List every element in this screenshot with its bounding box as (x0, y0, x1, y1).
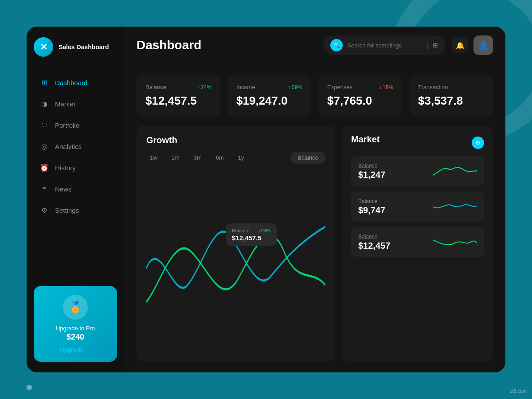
market-item-info-2: Balance $12,457 (358, 234, 390, 251)
header-actions: 🔔 👤 (452, 35, 493, 55)
growth-chart-svg (146, 168, 325, 352)
stats-row: Balance ↑ 24% $12,457.5 Income ↑ 09% $19… (137, 75, 493, 117)
stat-value-transaction: $3,537.8 (418, 94, 484, 108)
time-filter-3m[interactable]: 3m (190, 153, 205, 163)
market-item-label-2: Balance (358, 234, 390, 240)
tooltip-value: $12,457.5 (232, 234, 270, 242)
app-name: Sales Dashboard (59, 43, 109, 51)
sidebar-label-news: News (55, 185, 72, 193)
time-filters: 1w 1m 3m 6m 1y Balance (146, 152, 325, 164)
search-bar[interactable]: 🔍 | ⊞ (323, 35, 445, 55)
market-item-info-0: Balance $1,247 (358, 163, 385, 180)
stat-change-expenses: ↓ 18% (379, 84, 393, 90)
sidebar-label-history: History (55, 164, 76, 172)
watermark: ui8.com (509, 388, 527, 394)
charts-row: Growth 1w 1m 3m 6m 1y Balance (137, 125, 493, 362)
stat-header-balance: Balance ↑ 24% (145, 84, 211, 90)
upgrade-price: $240 (66, 332, 84, 342)
sidebar-item-history[interactable]: ⏰ History (34, 158, 117, 177)
market-item-label-1: Balance (358, 198, 385, 204)
market-icon: ◑ (40, 99, 49, 108)
chart-tooltip: Balance ↑24% $12,457.5 (226, 223, 277, 246)
stat-change-balance: ↑ 24% (197, 84, 211, 90)
analytics-icon: ◎ (40, 142, 49, 151)
sidebar-item-market[interactable]: ◑ Market (34, 94, 117, 113)
portfolio-icon: 🗂 (40, 121, 49, 129)
app-container: ✕ Sales Dashboard ⊞ Dashboard ◑ Market 🗂… (27, 27, 505, 372)
sidebar-item-analytics[interactable]: ◎ Analytics (34, 137, 117, 156)
stat-label-balance: Balance (145, 84, 166, 90)
market-item-label-0: Balance (358, 163, 385, 169)
sidebar-label-analytics: Analytics (55, 143, 82, 150)
time-filter-1y[interactable]: 1y (235, 153, 248, 163)
search-icon: 🔍 (330, 39, 343, 51)
history-icon: ⏰ (40, 163, 49, 172)
stat-label-income: Income (236, 84, 255, 90)
stat-value-balance: $12,457.5 (145, 94, 211, 108)
time-filter-1m[interactable]: 1m (168, 153, 183, 163)
stat-card-transaction: Transaction $3,537.8 (409, 75, 493, 117)
market-item-value-2: $12,457 (358, 241, 390, 251)
market-title: Market (351, 134, 379, 145)
sidebar-item-settings[interactable]: ⚙ Settings (34, 200, 117, 220)
upgrade-button[interactable]: Upgrade → (60, 346, 90, 353)
stat-header-expenses: Expenses ↓ 18% (327, 84, 393, 90)
main-area: Dashboard 🔍 | ⊞ 🔔 👤 Balance ↑ 24% (124, 27, 505, 372)
page-title: Dashboard (137, 38, 316, 52)
stat-label-transaction: Transaction (418, 84, 448, 90)
stat-change-income: ↑ 09% (288, 84, 302, 90)
stat-header-transaction: Transaction (418, 84, 484, 90)
notification-button[interactable]: 🔔 (452, 37, 468, 53)
nav-menu: ⊞ Dashboard ◑ Market 🗂 Portfolio ◎ Analy… (34, 73, 117, 279)
market-item-value-0: $1,247 (358, 170, 385, 180)
market-card: Market ⊕ Balance $1,247 (342, 125, 493, 362)
mini-chart-1 (433, 198, 477, 215)
market-item-1: Balance $9,747 (351, 192, 484, 222)
stat-card-expenses: Expenses ↓ 18% $7,765.0 (318, 75, 402, 117)
time-filter-1w[interactable]: 1w (146, 153, 161, 163)
settings-icon: ⚙ (40, 206, 49, 215)
stat-label-expenses: Expenses (327, 84, 352, 90)
dashboard-icon: ⊞ (40, 78, 49, 87)
sidebar-item-news[interactable]: ≡ News (34, 179, 117, 199)
market-more-button[interactable]: ⊕ (472, 137, 484, 149)
sidebar-label-portfolio: Portfolio (55, 121, 79, 129)
header: Dashboard 🔍 | ⊞ 🔔 👤 (124, 27, 505, 64)
market-header: Market ⊕ (351, 134, 484, 151)
growth-chart-area: Balance ↑24% $12,457.5 (146, 168, 325, 352)
tooltip-label: Balance ↑24% (232, 228, 270, 233)
growth-title: Growth (146, 135, 325, 145)
upgrade-title: Upgrade to Pro (56, 325, 95, 332)
growth-card: Growth 1w 1m 3m 6m 1y Balance (137, 125, 335, 362)
news-icon: ≡ (40, 184, 49, 193)
stat-card-balance: Balance ↑ 24% $12,457.5 (137, 75, 220, 117)
logo-icon: ✕ (34, 37, 53, 57)
sidebar-item-dashboard[interactable]: ⊞ Dashboard (34, 73, 117, 92)
sidebar: ✕ Sales Dashboard ⊞ Dashboard ◑ Market 🗂… (27, 27, 124, 372)
sidebar-item-portfolio[interactable]: 🗂 Portfolio (34, 115, 117, 135)
upgrade-card: 🏅 Upgrade to Pro $240 Upgrade → (34, 286, 117, 362)
sidebar-label-dashboard: Dashboard (55, 79, 87, 86)
upgrade-badge-icon: 🏅 (63, 295, 88, 320)
market-item-2: Balance $12,457 (351, 227, 484, 257)
mini-chart-2 (433, 233, 477, 251)
stat-card-income: Income ↑ 09% $19,247.0 (227, 75, 311, 117)
mini-chart-0 (433, 162, 477, 180)
market-item-0: Balance $1,247 (351, 156, 484, 186)
stat-value-expenses: $7,765.0 (327, 94, 393, 108)
market-item-info-1: Balance $9,747 (358, 198, 385, 215)
sidebar-label-settings: Settings (55, 207, 79, 214)
logo-area: ✕ Sales Dashboard (34, 37, 117, 57)
time-filter-6m[interactable]: 6m (212, 153, 227, 163)
balance-filter[interactable]: Balance (290, 152, 325, 164)
search-input[interactable] (347, 42, 418, 49)
market-item-value-1: $9,747 (358, 205, 385, 215)
avatar[interactable]: 👤 (473, 35, 493, 55)
sidebar-label-market: Market (55, 100, 75, 108)
stat-value-income: $19,247.0 (236, 94, 302, 108)
content: Balance ↑ 24% $12,457.5 Income ↑ 09% $19… (124, 64, 505, 372)
stat-header-income: Income ↑ 09% (236, 84, 302, 90)
